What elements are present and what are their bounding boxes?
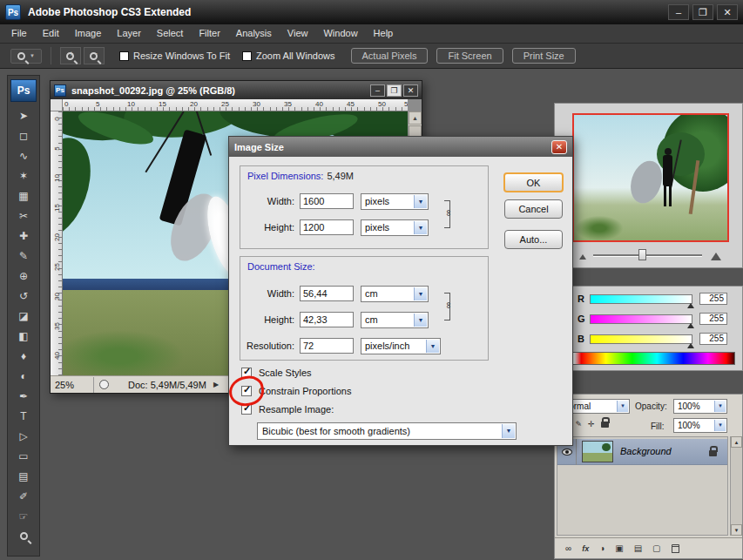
zoom-level[interactable]: 25% [51,377,94,393]
green-channel-slider[interactable] [590,314,692,324]
checkbox-box[interactable] [119,51,129,61]
ps-logo[interactable]: Ps [10,79,37,102]
minimize-button[interactable]: – [668,4,689,20]
resolution-input[interactable] [300,338,354,354]
blue-channel-value[interactable]: 255 [699,333,727,345]
fill-dropdown[interactable]: 100% [673,418,727,433]
status-menu-arrow-icon[interactable]: ▶ [213,381,219,388]
checkbox-box[interactable] [242,51,252,61]
zoom-in-button[interactable] [60,47,81,64]
layer-style-icon[interactable]: fx [582,544,589,553]
history-brush-tool[interactable]: ↺ [9,286,38,306]
constrain-proportions-checkbox[interactable]: Constrain Proportions [241,386,351,396]
type-tool[interactable]: T [9,406,38,426]
layers-scrollbar[interactable]: ▲ ▼ [730,436,742,536]
resample-method-dropdown[interactable]: Bicubic (best for smooth gradients) [257,422,517,440]
pixel-width-input[interactable] [300,193,354,209]
menu-layer[interactable]: Layer [109,24,149,43]
doc-width-input[interactable] [300,286,354,301]
dropdown-arrow-icon[interactable] [714,401,726,412]
adjustment-layer-icon[interactable]: ◑ [599,543,605,553]
lasso-tool[interactable]: ∿ [9,145,38,165]
menu-view[interactable]: View [280,24,316,43]
layer-thumbnail[interactable] [582,441,613,462]
dropdown-arrow-icon[interactable] [414,314,427,327]
notes-tool[interactable]: ▤ [9,466,38,486]
slider-thumb-icon[interactable] [687,323,694,328]
layer-row-background[interactable]: Background [557,439,727,465]
doc-height-unit-dropdown[interactable]: cm [361,312,429,328]
doc-height-input[interactable] [300,312,354,327]
pixel-height-input[interactable] [300,219,354,235]
new-layer-icon[interactable]: ▢ [652,543,660,553]
zoom-all-windows-checkbox[interactable]: Zoom All Windows [242,51,334,61]
lock-paint-icon[interactable]: ✎ [576,420,583,428]
menu-edit[interactable]: Edit [35,24,67,43]
dialog-title-bar[interactable]: Image Size ✕ [229,137,572,157]
actual-pixels-button[interactable]: Actual Pixels [351,48,429,64]
dodge-tool[interactable]: ◐ [9,366,38,386]
close-button[interactable]: ✕ [717,4,738,20]
menu-help[interactable]: Help [366,24,402,43]
resample-image-checkbox[interactable]: Resample Image: [241,404,334,415]
dropdown-arrow-icon[interactable] [426,340,439,353]
shape-tool[interactable]: ▭ [9,446,38,466]
red-channel-value[interactable]: 255 [699,293,727,305]
layer-mask-icon[interactable]: ▣ [615,543,623,553]
healing-brush-tool[interactable]: ✚ [9,226,38,246]
checkbox-box[interactable] [241,404,252,415]
dropdown-arrow-icon[interactable] [502,424,515,438]
move-tool[interactable]: ➤ [9,105,38,125]
color-spectrum-ramp[interactable] [569,352,735,365]
menu-image[interactable]: Image [67,24,110,43]
scale-styles-checkbox[interactable]: Scale Styles [241,368,312,378]
scroll-up-arrow[interactable]: ▲ [409,111,422,125]
zoom-in-mountain-icon[interactable] [711,253,721,260]
pixel-height-unit-dropdown[interactable]: pixels [361,219,429,236]
lock-move-icon[interactable]: ✛ [588,420,595,428]
opacity-dropdown[interactable]: 100% [673,399,727,414]
dropdown-arrow-icon[interactable] [414,195,427,208]
zoom-tool-preset[interactable]: ▼ [10,49,42,64]
ok-button[interactable]: OK [503,172,564,192]
layer-group-icon[interactable]: ▤ [634,543,642,553]
document-title-bar[interactable]: Ps snapshot_00292.jpg @ 25% (RGB/8) – ❐ … [51,81,422,99]
print-size-button[interactable]: Print Size [512,48,576,64]
dropdown-arrow-icon[interactable] [617,401,628,412]
checkbox-box[interactable] [241,386,252,396]
lock-all-icon[interactable] [601,422,609,428]
link-layers-icon[interactable]: ∞ [565,543,571,553]
crop-tool[interactable]: ▦ [9,186,38,206]
menu-analysis[interactable]: Analysis [228,24,280,43]
dialog-close-button[interactable]: ✕ [551,140,567,154]
magic-wand-tool[interactable]: ✶ [9,165,38,186]
cancel-button[interactable]: Cancel [504,199,563,219]
restore-button[interactable]: ❐ [692,4,713,20]
navigator-preview[interactable] [572,113,729,242]
brush-tool[interactable]: ✎ [9,246,38,266]
gradient-tool[interactable]: ◧ [9,326,38,346]
menu-window[interactable]: Window [315,24,365,43]
doc-close-button[interactable]: ✕ [403,84,418,97]
slider-thumb-icon[interactable] [687,343,694,348]
zoom-out-mountain-icon[interactable] [579,254,586,260]
doc-maximize-button[interactable]: ❐ [387,84,402,97]
zoom-tool[interactable] [9,526,38,546]
zoom-out-button[interactable] [84,47,105,64]
pixel-width-unit-dropdown[interactable]: pixels [361,193,429,210]
menu-select[interactable]: Select [149,24,192,43]
zoom-slider-thumb[interactable] [638,249,646,260]
auto-button[interactable]: Auto... [504,230,563,249]
slice-tool[interactable]: ✂ [9,206,38,226]
blur-tool[interactable]: ♦ [9,346,38,366]
pen-tool[interactable]: ✒ [9,386,38,406]
green-channel-value[interactable]: 255 [699,313,727,325]
blue-channel-slider[interactable] [590,334,692,344]
red-channel-slider[interactable] [590,294,692,304]
slider-thumb-icon[interactable] [687,303,694,308]
scroll-down-arrow[interactable]: ▼ [731,524,742,536]
clone-stamp-tool[interactable]: ⊕ [9,266,38,286]
doc-minimize-button[interactable]: – [370,84,385,97]
hand-tool[interactable]: ☞ [9,506,38,526]
menu-filter[interactable]: Filter [191,24,227,43]
